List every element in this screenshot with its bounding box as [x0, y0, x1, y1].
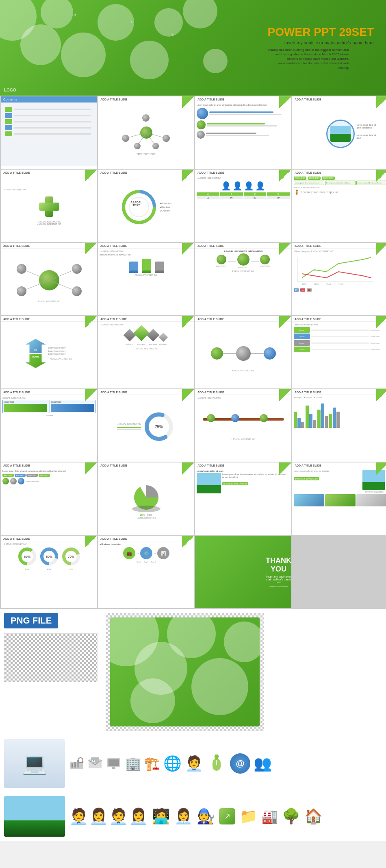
search-icon	[69, 757, 84, 770]
corner-decoration	[182, 170, 194, 182]
preview-circle	[191, 658, 248, 715]
svg-text:2008: 2008	[302, 283, 306, 286]
process-labels: Step 1 → Step 2 → Step 3	[100, 561, 193, 563]
contents-row	[5, 119, 93, 124]
slide-header: ADD A TITLE SLIDE	[1, 536, 97, 541]
side-text: ⬩ ASADAL INTERNET INC	[117, 423, 141, 431]
people-icon: 👤	[244, 181, 254, 191]
person-icon: 🧑‍💼	[185, 755, 203, 772]
slide-thumb-circular: ADD A TITLE SLIDE ASADALTEXT ● Green ite…	[98, 170, 194, 242]
slide-thumb-thankyou: THANK YOU Insert my subtitle or main aut…	[195, 536, 291, 608]
bar	[309, 414, 312, 428]
slide-thumb-bar-grouped: ADD A TITLE SLIDE ■ Example ■ Example ■ …	[292, 389, 386, 462]
slide-header: ADD A TITLE SLIDE	[1, 243, 97, 249]
laptop-3d-item: 💻	[4, 739, 65, 788]
corner-decoration	[279, 389, 291, 401]
connected-diagram: ASADAL INTERNET INC	[207, 333, 280, 374]
info-box-1: INSERT TEXT	[2, 400, 48, 413]
slide-header: ADD A TITLE SLIDE	[1, 170, 97, 175]
thankyou-title: THANK YOU	[266, 556, 291, 574]
company-label: ⬩ ASADAL INTERNET INC	[100, 323, 193, 326]
bar	[321, 403, 324, 428]
diamond-item: ADD TEXT	[159, 334, 167, 346]
hero-circle	[183, 0, 217, 28]
slide-content: TEXT · TEXT · TEXT	[98, 102, 194, 166]
data-table: A B C D 00 00 00 00	[197, 192, 290, 199]
contents-row	[5, 113, 93, 118]
svg-text:70%: 70%	[67, 555, 74, 558]
tag: ADD TEXT	[39, 474, 50, 477]
corner-decoration	[182, 536, 194, 548]
slide-header: ADD A TITLE SLIDE	[292, 462, 386, 468]
connector	[251, 261, 259, 262]
corner-decoration	[279, 243, 291, 255]
at-icon-container: @	[230, 753, 250, 774]
image-label: BUSINESS INNOVATION	[362, 491, 386, 493]
business-person-3: 🧑‍💼	[109, 807, 128, 825]
top-text: Lorem ipsum dolor sit amet consectetur a…	[2, 470, 95, 473]
ground	[4, 820, 65, 837]
donut-item: 60% 60%	[17, 546, 37, 571]
legend-item: ● Gray item	[160, 209, 171, 213]
sphere-item: INSERT TEXT	[216, 255, 227, 267]
hero-circle	[130, 41, 169, 79]
laptop-icon: 💻	[22, 752, 47, 775]
slide-content: ⬩ ASADAL INTERNET INC ⬩ ASADAL INTERNET …	[1, 175, 97, 239]
slide-header: ADD A TITLE SLIDE	[292, 316, 386, 322]
contents-row	[5, 107, 93, 112]
sphere-item: INSERT TEXT	[260, 255, 271, 267]
percent-label: 70%	[61, 568, 81, 571]
slide-header: ADD A TITLE SLIDE	[195, 389, 291, 395]
slide-content: UP DOWN Lorem ipsum lorem Lorem ipsum lo…	[1, 322, 97, 385]
sphere-row: INSERT TEXT INSERT TEXT INSERT TEXT	[197, 253, 290, 268]
action-label: BUSINESS INNOVATION	[222, 482, 248, 485]
company-label: ⬩ ASADAL INTERNET INC	[100, 250, 193, 253]
slide-header: ADD A TITLE SLIDE	[98, 316, 194, 322]
legend: ● Green item ● Blue item ● Gray item	[160, 202, 171, 213]
bar	[317, 410, 321, 428]
cube	[154, 262, 165, 273]
figure-icon-1: 🧑‍💻	[152, 808, 170, 825]
bar-group	[317, 403, 328, 428]
diamond-shape	[147, 329, 159, 341]
hero-logo: LOGO	[4, 88, 16, 92]
tv-icon	[106, 757, 121, 770]
donut-svg: 60%	[17, 546, 37, 567]
slide-thumb-building: ADD A TITLE SLIDE Lorem ipsum dolor sit …	[292, 462, 386, 535]
slide-label: ⬩ ASADAL INTERNET INC	[2, 543, 95, 545]
bar	[325, 416, 328, 428]
flag-legend: 🇰🇷 🇺🇸 🇨🇳	[294, 288, 386, 292]
small-image	[325, 494, 356, 506]
tags-row: ADD TEXT ADD TEXT ADD TEXT ADD TEXT	[2, 474, 95, 477]
donuts-row: 60% 60% 80% 80%	[2, 546, 95, 571]
hero-circle	[20, 24, 61, 65]
slide-header: ADD A TITLE SLIDE	[292, 170, 386, 175]
branch-diagram: ⬩ ASADAL INTERNET INC	[203, 400, 284, 441]
circular-gauge: 75%	[143, 410, 175, 443]
svg-rect-44	[112, 767, 115, 769]
small-spheres: Lorem ipsum dolor	[2, 478, 95, 484]
city-diagram: Lorem ipsum dolor sit amet consectetur L…	[326, 120, 355, 148]
corner-decoration	[376, 243, 386, 255]
slide-content: ■ Example ■ Example ■ Example	[292, 395, 386, 458]
business-person-1: 🧑‍💼	[69, 807, 88, 825]
svg-text:📧: 📧	[92, 759, 95, 763]
slide-subtitle: Lorem ipsum dolor sit amet	[294, 323, 386, 326]
slide-content: Lorem ipsum dolor sit amet consectetur B…	[292, 468, 386, 532]
png-large-preview	[106, 613, 264, 731]
slide-thumb-company: ADD A TITLE SLIDE ASADAL INTERNET, INC I…	[1, 389, 97, 462]
folder-icon: 📁	[239, 808, 258, 825]
corner-decoration	[376, 96, 386, 109]
info-text: Lorem ipsum dolor sit amet consectetur	[357, 124, 379, 129]
list-item: Creator Lorem lorem	[294, 334, 386, 339]
slide-header: ADD A TITLE SLIDE	[1, 316, 97, 322]
slide-thumb-donut: ADD A TITLE SLIDE ⬩ ASADAL INTERNET INC …	[1, 536, 97, 608]
png-section: PNG FILE	[0, 609, 386, 735]
chart-label: "Global Company" ASADAL INTERNET INC	[294, 250, 386, 253]
connection-svg	[207, 333, 280, 374]
png-left: PNG FILE	[4, 613, 98, 682]
slide-thumb-list-boxes: ADD A TITLE SLIDE Lorem ipsum dolor sit …	[292, 316, 386, 388]
arrow-symbol: ↗	[224, 812, 230, 821]
footer-text: ⬩ ASADAL INTERNET INC	[203, 438, 284, 441]
svg-line-10	[49, 269, 77, 280]
